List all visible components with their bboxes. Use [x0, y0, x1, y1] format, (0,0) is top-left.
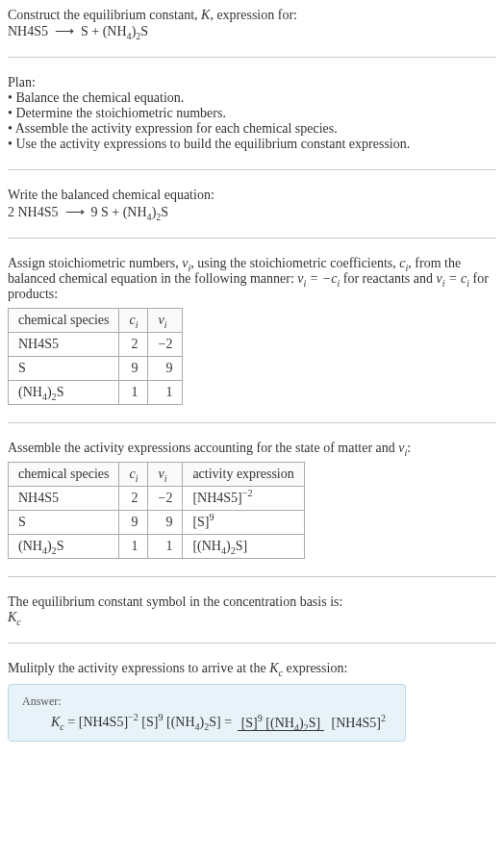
kc: K: [51, 715, 60, 729]
cell-species: (NH4)2S: [9, 534, 119, 558]
bal-right-b: S: [161, 205, 168, 219]
act-base: [NH4S5]: [192, 491, 241, 505]
activity-table: chemical species ci νi activity expressi…: [8, 462, 305, 559]
table-row: S 9 9 [S]9: [9, 510, 305, 534]
t3b: S] =: [209, 715, 235, 729]
col-ci: ci: [119, 308, 148, 332]
den-a: [NH4S5]: [332, 716, 381, 730]
col-activity: activity expression: [183, 462, 304, 486]
act-exp: −2: [242, 488, 253, 498]
sub-4: 4: [221, 544, 226, 555]
t1: [NH4S5]: [79, 715, 128, 729]
cell-ci: 1: [119, 380, 148, 404]
eq-sign: =: [64, 715, 79, 729]
eq-right-a: S + (NH: [81, 24, 127, 38]
cell-species: S: [9, 510, 119, 534]
act-exp: 9: [210, 512, 214, 522]
cell-activity: [S]9: [183, 510, 304, 534]
table-header-row: chemical species ci νi: [9, 308, 183, 332]
col-ci: ci: [119, 462, 148, 486]
answer-box: Answer: Kc = [NH4S5]−2 [S]9 [(NH4)2S] = …: [8, 684, 406, 742]
act-base: [S]: [192, 515, 209, 529]
cell-activity: [NH4S5]−2: [183, 486, 304, 510]
table-row: NH4S5 2 −2: [9, 332, 183, 356]
sub-4: 4: [42, 544, 47, 555]
assign-text-a: Assign stoichiometric numbers,: [8, 256, 182, 270]
cell-ci: 9: [119, 356, 148, 380]
intro-text-a: Construct the equilibrium constant,: [8, 8, 201, 22]
col-nu: νi: [148, 462, 183, 486]
cell-nu: 1: [148, 380, 183, 404]
activity-block: Assemble the activity expressions accoun…: [8, 441, 496, 559]
sub-4: 4: [195, 721, 200, 732]
sub-i: i: [136, 472, 139, 483]
eq-right-b: S: [140, 24, 148, 38]
sp-b: S: [57, 385, 64, 399]
sub-c: c: [16, 616, 20, 626]
sp-b: S: [57, 539, 64, 553]
intro-K: K: [201, 8, 210, 22]
symbol-line: The equilibrium constant symbol in the c…: [8, 594, 496, 610]
num-c: S]: [309, 716, 320, 730]
assign-block: Assign stoichiometric numbers, νi, using…: [8, 256, 496, 405]
act-b: S]: [236, 539, 247, 553]
answer-label: Answer:: [22, 695, 391, 709]
t1e: −2: [128, 712, 139, 722]
col-species: chemical species: [9, 462, 119, 486]
arrow-icon: ⟶: [55, 24, 74, 38]
balanced-block: Write the balanced chemical equation: 2 …: [8, 188, 496, 219]
sub-4: 4: [127, 31, 132, 41]
balanced-heading: Write the balanced chemical equation:: [8, 188, 496, 203]
sub-i: i: [136, 318, 139, 329]
col-species: chemical species: [9, 308, 119, 332]
intro-text-b: , expression for:: [210, 8, 297, 22]
cell-ci: 1: [119, 534, 148, 558]
cell-species: S: [9, 356, 119, 380]
cell-nu: −2: [148, 332, 183, 356]
multiply-heading-a: Mulitply the activity expressions to arr…: [8, 661, 269, 675]
table-row: (NH4)2S 1 1: [9, 380, 183, 404]
intro-block: Construct the equilibrium constant, K, e…: [8, 8, 496, 39]
plan-bullet-3: • Assemble the activity expression for e…: [8, 121, 496, 137]
activity-heading-a: Assemble the activity expressions accoun…: [8, 441, 398, 455]
act-a: [(NH: [192, 539, 221, 553]
cell-species: NH4S5: [9, 332, 119, 356]
num-b: [(NH: [263, 716, 294, 730]
table-row: (NH4)2S 1 1 [(NH4)2S]: [9, 534, 305, 558]
multiply-heading-b: expression:: [283, 661, 347, 675]
plan-block: Plan: • Balance the chemical equation. •…: [8, 75, 496, 152]
cell-ci: 2: [119, 332, 148, 356]
cell-nu: 1: [148, 534, 183, 558]
cell-species: NH4S5: [9, 486, 119, 510]
plan-bullet-1: • Balance the chemical equation.: [8, 90, 496, 106]
t3a: [(NH: [163, 715, 194, 729]
fraction-denominator: [NH4S5]2: [328, 716, 390, 730]
rel2-mid: = c: [445, 271, 467, 286]
fraction: [S]9 [(NH4)2S] [NH4S5]2: [238, 716, 390, 731]
balanced-equation: 2 NH4S5 ⟶ 9 S + (NH4)2S: [8, 204, 168, 220]
kc-symbol: K: [8, 610, 16, 624]
sub-4: 4: [147, 211, 152, 221]
arrow-icon: ⟶: [65, 205, 85, 219]
rel1-mid: = −c: [306, 271, 337, 286]
sub-i: i: [164, 472, 167, 483]
eq-left: NH4S5: [8, 24, 48, 38]
plan-heading: Plan:: [8, 75, 496, 90]
sp-a: (NH: [18, 385, 42, 399]
kc-sym: K: [269, 661, 278, 675]
plan-bullet-2: • Determine the stoichiometric numbers.: [8, 106, 496, 121]
symbol-block: The equilibrium constant symbol in the c…: [8, 594, 496, 625]
sp-a: (NH: [18, 539, 42, 553]
cell-ci: 2: [119, 486, 148, 510]
cell-nu: 9: [148, 510, 183, 534]
cell-nu: 9: [148, 356, 183, 380]
num-a: [S]: [241, 716, 258, 730]
cell-nu: −2: [148, 486, 183, 510]
sub-4: 4: [294, 722, 299, 733]
stoich-table: chemical species ci νi NH4S5 2 −2 S 9 9 …: [8, 308, 183, 405]
fraction-numerator: [S]9 [(NH4)2S]: [238, 716, 324, 731]
answer-formula: Kc = [NH4S5]−2 [S]9 [(NH4)2S] = [S]9 [(N…: [51, 715, 391, 731]
table-row: NH4S5 2 −2 [NH4S5]−2: [9, 486, 305, 510]
col-nu: νi: [148, 308, 183, 332]
sub-i: i: [164, 318, 167, 329]
